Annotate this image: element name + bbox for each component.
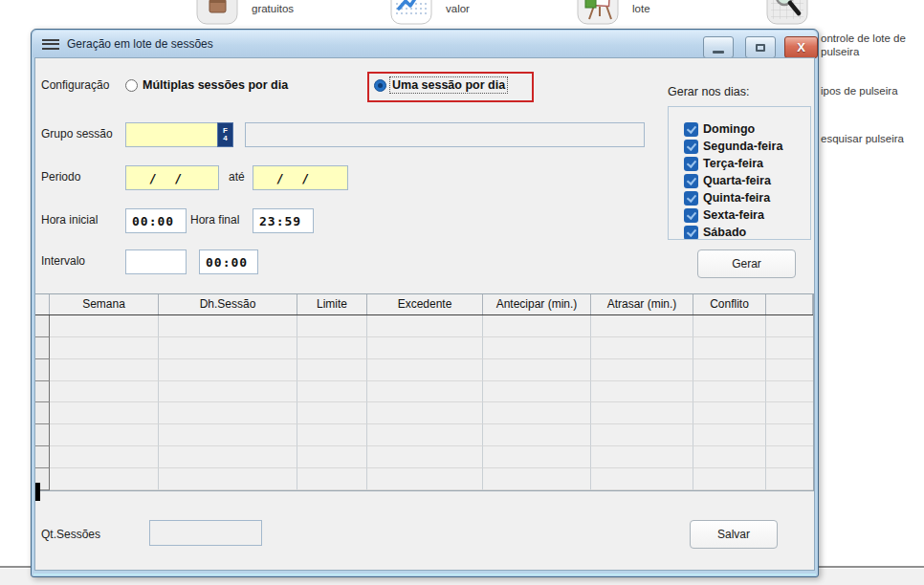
table-cell[interactable] <box>693 402 766 424</box>
table-cell[interactable] <box>297 337 367 359</box>
table-cell[interactable] <box>591 381 693 403</box>
table-cell[interactable] <box>367 446 483 468</box>
table-row[interactable] <box>35 446 813 468</box>
table-cell[interactable] <box>693 315 766 337</box>
day-item-4[interactable]: Quinta-feira <box>684 189 810 206</box>
row-selector-cell[interactable] <box>35 402 50 424</box>
day-item-3[interactable]: Quarta-feira <box>684 172 810 189</box>
row-selector-cell[interactable] <box>35 337 50 359</box>
side-label-controle-lote[interactable]: ontrole de lote de pulseira <box>821 32 922 58</box>
table-cell[interactable] <box>50 337 159 359</box>
column-header-dh-sess-o[interactable]: Dh.Sessão <box>159 294 297 314</box>
radio-multiplas-sessoes[interactable] <box>125 79 138 92</box>
table-cell[interactable] <box>367 402 483 424</box>
checkbox-checked-icon[interactable] <box>684 174 698 188</box>
system-menu-icon[interactable] <box>42 39 59 50</box>
table-cell[interactable] <box>159 424 297 446</box>
table-cell[interactable] <box>591 359 693 381</box>
table-cell[interactable] <box>591 337 693 359</box>
table-cell[interactable] <box>159 381 297 403</box>
side-label-pesquisar-pulseira[interactable]: esquisar pulseira <box>821 132 922 145</box>
table-cell[interactable] <box>693 337 766 359</box>
checkbox-checked-icon[interactable] <box>684 140 698 154</box>
hora-final-input[interactable] <box>253 208 314 233</box>
table-cell[interactable] <box>159 359 297 381</box>
table-cell[interactable] <box>159 468 297 490</box>
table-cell[interactable] <box>367 359 483 381</box>
dialog-titlebar[interactable]: Geração em lote de sessões X <box>33 31 817 57</box>
checkbox-checked-icon[interactable] <box>684 191 698 206</box>
intervalo-valor-input[interactable] <box>125 249 187 274</box>
table-cell[interactable] <box>50 424 159 446</box>
row-selector-cell[interactable] <box>35 381 50 403</box>
table-cell[interactable] <box>367 315 483 337</box>
column-header-excedente[interactable]: Excedente <box>367 294 483 314</box>
days-listbox[interactable]: DomingoSegunda-feiraTerça-feiraQuarta-fe… <box>668 106 811 240</box>
gerar-button[interactable]: Gerar <box>697 249 796 278</box>
table-cell[interactable] <box>50 402 159 424</box>
day-item-6[interactable]: Sábado <box>684 224 810 240</box>
table-cell[interactable] <box>159 337 297 359</box>
row-selector-cell[interactable] <box>35 446 50 468</box>
checkbox-checked-icon[interactable] <box>684 157 698 171</box>
day-item-0[interactable]: Domingo <box>684 120 810 138</box>
restore-button[interactable] <box>745 36 776 58</box>
table-cell[interactable] <box>483 381 591 403</box>
table-cell[interactable] <box>483 359 591 381</box>
table-cell[interactable] <box>159 315 297 337</box>
checkbox-checked-icon[interactable] <box>684 122 698 137</box>
row-selector-cell[interactable] <box>35 424 50 446</box>
f4-lookup-badge[interactable]: F4 <box>217 122 233 147</box>
radio-multiplas-sessoes-label[interactable]: Múltiplas sessões por dia <box>143 78 288 92</box>
minimize-button[interactable] <box>703 36 734 58</box>
table-row[interactable] <box>35 402 813 424</box>
table-row[interactable] <box>35 424 813 446</box>
table-cell[interactable] <box>591 468 693 490</box>
table-row[interactable] <box>35 337 813 359</box>
table-row[interactable] <box>35 468 813 490</box>
table-cell[interactable] <box>50 359 159 381</box>
intervalo-tempo-input[interactable] <box>199 249 258 274</box>
table-cell[interactable] <box>50 381 159 403</box>
table-cell[interactable] <box>591 315 693 337</box>
table-cell[interactable] <box>693 359 766 381</box>
table-cell[interactable] <box>483 315 591 337</box>
table-row[interactable] <box>35 381 813 403</box>
table-cell[interactable] <box>367 424 483 446</box>
row-selector-cell[interactable] <box>35 359 50 381</box>
row-selector-cell[interactable] <box>35 315 50 337</box>
table-cell[interactable] <box>367 337 483 359</box>
checkbox-checked-icon[interactable] <box>684 208 698 223</box>
table-cell[interactable] <box>50 446 159 468</box>
column-header-semana[interactable]: Semana <box>50 294 159 314</box>
table-cell[interactable] <box>297 468 367 490</box>
close-button[interactable]: X <box>784 36 818 58</box>
day-item-1[interactable]: Segunda-feira <box>684 138 810 155</box>
periodo-fim-input[interactable] <box>253 165 348 190</box>
table-cell[interactable] <box>50 315 159 337</box>
table-cell[interactable] <box>591 446 693 468</box>
table-cell[interactable] <box>693 381 766 403</box>
table-cell[interactable] <box>693 424 766 446</box>
hora-inicial-input[interactable] <box>125 208 187 233</box>
table-cell[interactable] <box>483 402 591 424</box>
day-item-2[interactable]: Terça-feira <box>684 155 810 172</box>
table-cell[interactable] <box>50 468 159 490</box>
table-cell[interactable] <box>483 446 591 468</box>
side-label-tipos-pulseira[interactable]: ipos de pulseira <box>821 84 922 98</box>
table-cell[interactable] <box>297 402 367 424</box>
grupo-sessao-input[interactable] <box>125 122 219 147</box>
table-cell[interactable] <box>297 381 367 403</box>
column-header-limite[interactable]: Limite <box>297 294 367 314</box>
checkbox-checked-icon[interactable] <box>684 226 698 240</box>
table-cell[interactable] <box>483 337 591 359</box>
salvar-button[interactable]: Salvar <box>690 520 778 549</box>
table-cell[interactable] <box>297 446 367 468</box>
table-cell[interactable] <box>693 446 766 468</box>
column-header-antecipar-min-[interactable]: Antecipar (min.) <box>483 294 591 314</box>
table-cell[interactable] <box>297 424 367 446</box>
table-row[interactable] <box>35 359 813 381</box>
column-header-conflito[interactable]: Conflito <box>693 294 766 314</box>
row-selector-header[interactable] <box>35 294 50 314</box>
table-cell[interactable] <box>367 381 483 403</box>
